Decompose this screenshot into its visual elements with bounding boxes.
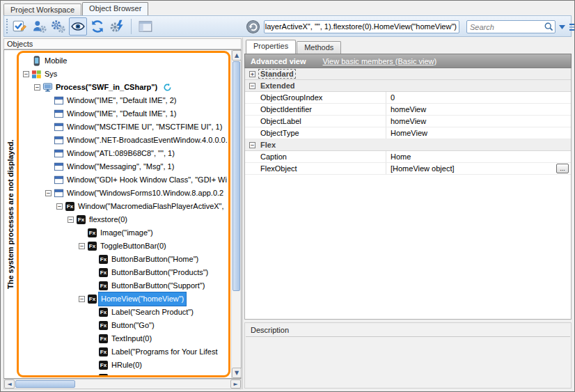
window-icon bbox=[53, 162, 65, 172]
tree-item-label: Window("GDI+ Hook Window Class", "GDI+ W… bbox=[65, 173, 228, 187]
track-checklist-icon[interactable] bbox=[10, 17, 29, 36]
tree-item[interactable]: FxButton("Go") bbox=[19, 319, 228, 332]
collapse-toggle[interactable]: − bbox=[56, 203, 63, 210]
tree-item-label: flexstore(0) bbox=[87, 213, 129, 226]
tab-object-browser[interactable]: Object Browser bbox=[82, 2, 148, 15]
toolbar bbox=[10, 17, 155, 36]
collapse-toggle[interactable]: − bbox=[68, 217, 74, 223]
inspector-tabbar: Properties Methods bbox=[246, 39, 341, 54]
property-row[interactable]: ObjectIdentifierhomeView bbox=[245, 104, 571, 116]
tree-item[interactable]: Window("MSCTFIME UI", "MSCTFIME UI", 1) bbox=[19, 120, 228, 134]
description-label: Description bbox=[245, 323, 571, 336]
tab-methods[interactable]: Methods bbox=[297, 41, 341, 54]
tree-item-label: Window("IME", "Default IME", 1) bbox=[65, 107, 178, 120]
tree-item[interactable]: −FxToggleButtonBar(0) bbox=[19, 240, 228, 253]
fx-icon: Fx bbox=[86, 295, 98, 304]
fx-icon: Fx bbox=[97, 308, 109, 317]
collapse-toggle[interactable]: − bbox=[249, 142, 255, 148]
expand-toggle[interactable]: + bbox=[249, 71, 255, 77]
tree-item[interactable]: Window("IME", "Default IME", 1) bbox=[19, 107, 228, 120]
search-dropdown-button[interactable] bbox=[559, 20, 565, 33]
tree-item[interactable]: FxButtonBarButton("Home") bbox=[19, 253, 228, 266]
refresh-icon[interactable] bbox=[88, 17, 107, 36]
collapse-toggle[interactable]: − bbox=[34, 84, 40, 91]
highlight-object-button[interactable] bbox=[246, 19, 260, 34]
collapse-toggle[interactable]: − bbox=[79, 243, 85, 249]
scroll-down-button[interactable] bbox=[232, 368, 242, 378]
tree-item[interactable]: Window("GDI+ Hook Window Class", "GDI+ W… bbox=[19, 173, 228, 187]
tree-item[interactable]: Window(".NET-BroadcastEventWindow.4.0.0.… bbox=[19, 134, 228, 147]
tree-item[interactable]: FxButtonBarButton("Products") bbox=[19, 266, 228, 279]
panel-splitter[interactable] bbox=[242, 38, 243, 389]
tree-item[interactable]: FxImage("image") bbox=[19, 226, 228, 240]
tab-project-workspace[interactable]: Project Workspace bbox=[3, 3, 81, 15]
horizontal-scroll-thumb[interactable] bbox=[15, 380, 75, 388]
description-panel: Description bbox=[244, 322, 572, 389]
search-icon bbox=[544, 22, 554, 32]
panel-layout-icon[interactable] bbox=[136, 17, 155, 36]
view-mode-bar: Advanced view View basic members (Basic … bbox=[244, 54, 572, 68]
object-spy-icon[interactable] bbox=[30, 17, 48, 36]
view-menu-button[interactable] bbox=[569, 20, 575, 33]
property-row[interactable]: CaptionHome bbox=[245, 151, 571, 163]
tree-item[interactable]: FxHRule(0) bbox=[19, 359, 228, 372]
tree-horizontal-scrollbar[interactable] bbox=[3, 379, 242, 389]
search-input[interactable] bbox=[466, 20, 556, 33]
tree-item[interactable]: Window("ATL:089B68C8", "", 1) bbox=[19, 147, 228, 160]
category-row[interactable]: −Flex bbox=[245, 139, 571, 151]
gear-flash-icon[interactable] bbox=[108, 17, 126, 36]
property-row[interactable]: ObjectTypeHomeView bbox=[245, 127, 571, 139]
window-icon bbox=[53, 109, 65, 119]
process-icon bbox=[42, 82, 54, 93]
tree-item-label: ButtonBarButton("Home") bbox=[109, 253, 200, 266]
tree-item[interactable]: −Window("WindowsForms10.Window.8.app.0.2 bbox=[19, 187, 228, 200]
tree-item[interactable]: FxTextInput(0) bbox=[19, 332, 228, 345]
tree-item[interactable]: FxLabel("Search Product") bbox=[19, 306, 228, 319]
tree-item-label: Window("IME", "Default IME", 2) bbox=[65, 94, 178, 107]
scroll-right-button[interactable] bbox=[230, 379, 241, 389]
tree-item[interactable]: −Fxflexstore(0) bbox=[19, 213, 228, 226]
scroll-up-button[interactable] bbox=[232, 50, 242, 61]
toolbar-grip[interactable] bbox=[6, 19, 8, 33]
services-gears-icon[interactable] bbox=[49, 17, 68, 36]
tree-item[interactable]: −Sys bbox=[19, 68, 228, 81]
collapse-toggle[interactable]: − bbox=[23, 71, 29, 77]
collapse-toggle[interactable]: − bbox=[79, 296, 85, 302]
basic-view-link[interactable]: View basic members (Basic view) bbox=[322, 57, 436, 65]
tree-item[interactable]: −FxWindow("MacromediaFlashPlayerActiveX"… bbox=[19, 200, 228, 213]
ellipsis-button[interactable]: ... bbox=[556, 164, 569, 173]
object-path-field[interactable]: layerActiveX", "", 1).flexstore(0).HomeV… bbox=[264, 20, 459, 33]
fx-icon: Fx bbox=[86, 228, 98, 237]
tree-item[interactable]: Window("Messaging", "Msg", 1) bbox=[19, 160, 228, 173]
tree-vertical-scrollbar[interactable] bbox=[231, 50, 241, 378]
property-value: 0 bbox=[386, 92, 571, 103]
fx-icon: Fx bbox=[97, 268, 109, 277]
collapse-toggle[interactable]: − bbox=[249, 83, 255, 89]
fx-icon: Fx bbox=[97, 347, 109, 356]
tree-item[interactable]: FxLabel("Programs for Your Lifest bbox=[19, 345, 228, 359]
category-row[interactable]: −Extended bbox=[245, 80, 571, 92]
category-row[interactable]: +Standard bbox=[245, 68, 571, 80]
property-row[interactable]: ObjectLabelhomeView bbox=[245, 116, 571, 127]
tree-item-label: Window("ATL:089B68C8", "", 1) bbox=[65, 147, 177, 160]
tree-item[interactable]: −Process("SWF_in_CSharp") bbox=[19, 81, 228, 94]
property-value: HomeView bbox=[386, 127, 571, 139]
tree-item-label: TextInput(0) bbox=[109, 332, 154, 345]
toolbar-separator bbox=[131, 19, 132, 34]
tree-item[interactable]: Mobile bbox=[19, 54, 228, 68]
window-icon bbox=[53, 122, 65, 132]
refresh-badge-icon bbox=[163, 83, 172, 92]
tree-item[interactable]: −FxHomeView("homeView") bbox=[19, 292, 228, 306]
collapse-toggle[interactable]: − bbox=[45, 190, 52, 196]
property-row[interactable]: FlexObject[HomeView object]... bbox=[245, 163, 571, 175]
toolbar-strip: layerActiveX", "", 1).flexstore(0).HomeV… bbox=[3, 15, 572, 37]
tree-item[interactable]: Fx bbox=[19, 372, 228, 375]
tree-item[interactable]: FxButtonBarButton("Support") bbox=[19, 279, 228, 292]
tree-item[interactable]: Window("IME", "Default IME", 2) bbox=[19, 94, 228, 107]
scroll-left-button[interactable] bbox=[4, 379, 15, 389]
property-row[interactable]: ObjectGroupIndex0 bbox=[245, 92, 571, 104]
tab-properties[interactable]: Properties bbox=[246, 40, 296, 54]
vertical-scroll-thumb[interactable] bbox=[233, 61, 240, 291]
window-icon bbox=[53, 148, 65, 159]
highlight-eye-icon[interactable] bbox=[69, 17, 87, 36]
